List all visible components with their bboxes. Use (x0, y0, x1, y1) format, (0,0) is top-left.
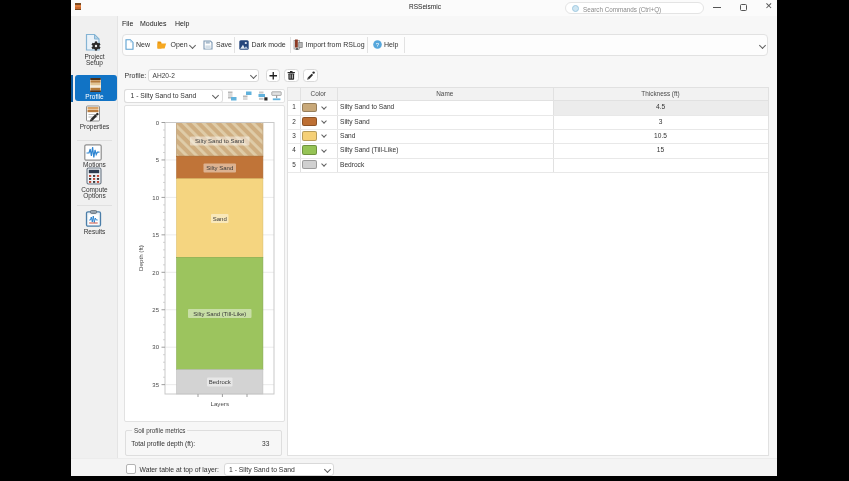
svg-text:35: 35 (152, 381, 159, 387)
svg-text:Sand: Sand (213, 215, 227, 221)
svg-text:Layers: Layers (210, 400, 229, 407)
svg-text:20: 20 (152, 269, 159, 275)
svg-text:30: 30 (152, 344, 159, 350)
svg-text:15: 15 (152, 232, 159, 238)
svg-text:25: 25 (152, 307, 159, 313)
svg-text:10: 10 (152, 194, 159, 200)
svg-text:Depth (ft): Depth (ft) (137, 245, 144, 271)
svg-text:Bedrock: Bedrock (209, 379, 232, 385)
svg-text:0: 0 (156, 119, 160, 125)
svg-text:Silty Sand to Sand: Silty Sand to Sand (195, 138, 244, 144)
svg-text:Silty Sand: Silty Sand (206, 165, 233, 171)
svg-text:5: 5 (156, 157, 160, 163)
svg-text:Silty Sand (Till-Like): Silty Sand (Till-Like) (193, 310, 246, 316)
